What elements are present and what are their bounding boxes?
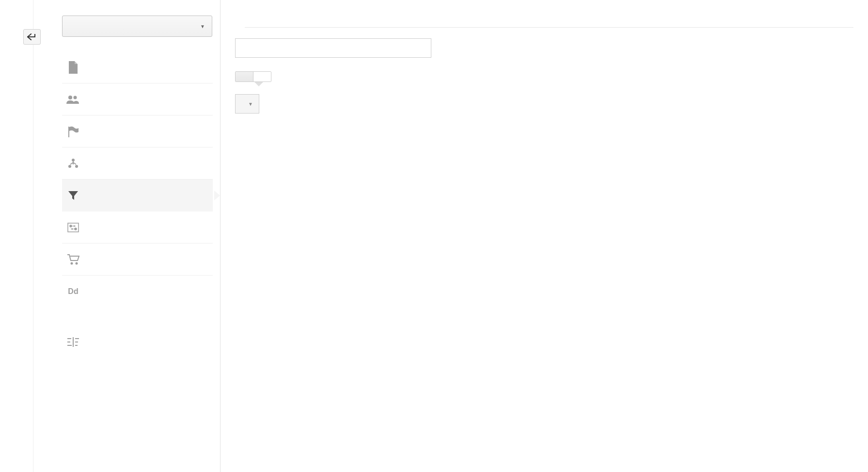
filter-name-input[interactable] (235, 38, 431, 58)
sidebar-item-channel-settings[interactable] (62, 212, 213, 244)
divider (245, 27, 853, 28)
svg-rect-7 (68, 223, 79, 232)
svg-rect-18 (75, 345, 78, 346)
sidebar-item-goals[interactable] (62, 115, 213, 147)
filter-icon (66, 188, 80, 203)
svg-rect-17 (75, 342, 78, 342)
sidebar-item-content-grouping[interactable] (62, 147, 213, 179)
users-icon (66, 92, 80, 107)
segments-icon (66, 335, 80, 349)
caret-down-icon: ▼ (200, 24, 205, 29)
svg-rect-2 (68, 127, 69, 137)
sidebar-item-filters[interactable] (62, 179, 213, 212)
svg-rect-14 (67, 345, 72, 346)
back-arrow-icon (27, 33, 37, 40)
group-icon (66, 156, 80, 171)
tab-indicator (254, 82, 263, 86)
svg-point-1 (74, 96, 77, 99)
sidebar-item-view-settings[interactable] (62, 51, 213, 83)
flag-icon (66, 124, 80, 139)
tab-custom[interactable] (253, 72, 271, 81)
svg-rect-13 (67, 342, 70, 342)
svg-rect-15 (73, 337, 74, 347)
tab-predefined[interactable] (236, 72, 253, 81)
svg-rect-16 (75, 338, 79, 339)
sidebar-item-ecommerce[interactable] (62, 244, 213, 276)
cart-icon (66, 252, 80, 267)
svg-rect-12 (67, 338, 71, 339)
svg-point-10 (71, 262, 73, 264)
sidebar-item-calculated-metrics[interactable]: Dd (62, 276, 213, 308)
dropdown-include[interactable]: ▼ (235, 94, 259, 114)
view-selector[interactable]: ▼ (62, 16, 212, 37)
page-icon (66, 60, 80, 75)
svg-point-5 (68, 165, 71, 168)
svg-point-0 (68, 96, 72, 99)
metrics-icon: Dd (66, 284, 80, 299)
back-button[interactable] (23, 29, 41, 45)
divider (33, 0, 33, 472)
main-content: ▼ (221, 0, 868, 472)
caret-down-icon: ▼ (248, 101, 253, 107)
channel-icon (66, 220, 80, 235)
sidebar-item-user-management[interactable] (62, 83, 213, 115)
sidebar-item-segments[interactable] (62, 326, 213, 358)
filter-type-tabs (235, 71, 271, 82)
svg-point-6 (75, 165, 78, 168)
svg-point-11 (76, 262, 78, 264)
svg-point-3 (72, 159, 75, 162)
